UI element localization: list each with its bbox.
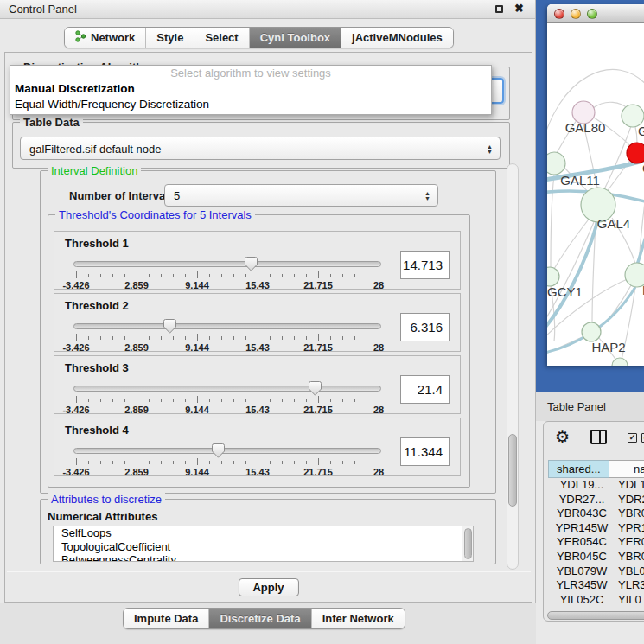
table-header-row: shared...na	[548, 460, 644, 478]
slider-thumb[interactable]	[163, 319, 176, 334]
cell-shared-name[interactable]: YER054C	[548, 535, 615, 550]
threshold-slider[interactable]: -3.4262.8599.14415.4321.71528	[73, 443, 381, 475]
right-column: GAL80GACGAL11GAL4GCY1HHAP2 Table Panel ⚙…	[536, 0, 644, 644]
table-rows: YDL19...YDL1YDR27...YDR2YBR043CYBR0YPR14…	[548, 478, 644, 608]
network-node-c[interactable]	[627, 143, 644, 163]
slider-track[interactable]	[73, 386, 381, 392]
network-view-frame: GAL80GACGAL11GAL4GCY1HHAP2	[536, 0, 644, 392]
cell-shared-name[interactable]: YDL19...	[548, 478, 615, 493]
number-of-intervals-label: Number of Intervals	[69, 189, 175, 202]
slider-thumb[interactable]	[245, 257, 258, 271]
close-icon[interactable]: ✖	[514, 2, 524, 15]
attribute-item-selfloops[interactable]: SelfLoops	[54, 526, 473, 540]
table-row[interactable]: YER054CYER0	[548, 535, 644, 550]
cell-shared-name[interactable]: YDR27...	[548, 493, 615, 507]
tab-jactivemnodules[interactable]: jActiveMNodules	[341, 28, 453, 48]
settings-vertical-scrollbar[interactable]	[507, 163, 519, 570]
tab-style[interactable]: Style	[146, 28, 194, 48]
table-row[interactable]: YDL19...YDL1	[548, 478, 644, 493]
cell-name[interactable]: YLR3	[615, 578, 644, 593]
network-node[interactable]	[612, 358, 628, 366]
number-of-intervals-combobox[interactable]: 5 ▲▼	[164, 184, 438, 207]
network-window-titlebar[interactable]	[547, 4, 644, 23]
cell-name[interactable]: YBL0	[615, 564, 644, 579]
table-row[interactable]: YIL052CYIL0	[548, 593, 644, 608]
threshold-slider[interactable]: -3.4262.8599.14415.4321.71528	[73, 380, 381, 413]
slider-thumb[interactable]	[309, 381, 322, 396]
cell-name[interactable]: YBR0	[615, 550, 644, 564]
cell-shared-name[interactable]: YBR045C	[548, 550, 615, 564]
algorithm-option-manual-discretization[interactable]: Manual Discretization	[10, 81, 491, 97]
threshold-slider[interactable]: -3.4262.8599.14415.4321.71528	[73, 256, 381, 289]
attribute-item-topologicalcoefficient[interactable]: TopologicalCoefficient	[54, 540, 473, 554]
algorithm-option-equal-width-frequency-discretization[interactable]: Equal Width/Frequency Discretization	[10, 97, 491, 112]
slider-track[interactable]	[73, 448, 381, 454]
network-node-gal11[interactable]	[547, 152, 565, 175]
cell-shared-name[interactable]: YBR043C	[548, 507, 615, 521]
table-row[interactable]: YBR045CYBR0	[548, 550, 644, 564]
cell-name[interactable]: YBR0	[615, 507, 644, 521]
cell-shared-name[interactable]: YBL079W	[548, 564, 615, 579]
cell-shared-name[interactable]: YLR345W	[548, 578, 615, 593]
mac-zoom-icon[interactable]	[587, 9, 597, 19]
table-row[interactable]: YPR145WYPR1	[548, 521, 644, 536]
table-row[interactable]: YLR345WYLR3	[548, 578, 644, 593]
scrollbar-thumb[interactable]	[508, 434, 517, 507]
column-header-na[interactable]: na	[609, 460, 644, 478]
threshold-value-field[interactable]: 11.344	[400, 437, 450, 466]
cell-name[interactable]: YDR2	[615, 493, 644, 507]
float-window-icon[interactable]	[495, 5, 503, 13]
cell-name[interactable]: YER0	[615, 535, 644, 550]
cell-name[interactable]: YIL0	[615, 593, 641, 608]
tab-impute-data[interactable]: Impute Data	[124, 609, 209, 628]
tab-discretize-data[interactable]: Discretize Data	[209, 609, 311, 628]
threshold-slider[interactable]: -3.4262.8599.14415.4321.71528	[73, 318, 381, 351]
tab-infer-network[interactable]: Infer Network	[312, 609, 405, 628]
cell-shared-name[interactable]: YPR145W	[548, 521, 615, 536]
cell-shared-name[interactable]: YIL052C	[548, 593, 615, 608]
network-node-hap2[interactable]	[582, 322, 601, 341]
slider-tick-labels: -3.4262.8599.14415.4321.71528	[76, 405, 379, 415]
attributes-scrollbar[interactable]	[462, 526, 473, 561]
attribute-item-betweennesscentrality[interactable]: BetweennessCentrality	[54, 553, 473, 562]
network-graph[interactable]: GAL80GACGAL11GAL4GCY1HHAP2	[547, 23, 644, 366]
tab-network[interactable]: Network	[65, 28, 146, 48]
table-row[interactable]: YBL079WYBL0	[548, 564, 644, 579]
slider-track[interactable]	[73, 323, 381, 329]
apply-button[interactable]: Apply	[238, 578, 298, 596]
tab-select[interactable]: Select	[194, 28, 249, 48]
network-node-gcy1[interactable]	[547, 267, 559, 286]
bottom-tab-bar: Impute DataDiscretize DataInfer Network	[123, 608, 405, 629]
table-row[interactable]: YBR043CYBR0	[548, 507, 644, 521]
network-window[interactable]: GAL80GACGAL11GAL4GCY1HHAP2	[547, 4, 644, 366]
tick-label: 21.715	[303, 342, 333, 353]
scrollbar-thumb[interactable]	[464, 528, 472, 559]
checkbox-icon[interactable]: ✓	[628, 433, 637, 443]
cell-name[interactable]: YDL1	[615, 478, 644, 493]
tick-label: 15.43	[245, 467, 270, 477]
threshold-value-field[interactable]: 14.713	[400, 251, 450, 279]
network-node-h[interactable]	[625, 263, 644, 287]
table-data-combobox[interactable]: galFiltered.sif default node ▲▼	[20, 137, 501, 160]
cell-name[interactable]: YPR1	[615, 521, 644, 536]
slider-tick-labels: -3.4262.8599.14415.4321.71528	[76, 467, 379, 477]
gear-icon[interactable]: ⚙	[555, 427, 570, 447]
mac-minimize-icon[interactable]	[571, 9, 581, 19]
column-header-shared[interactable]: shared...	[548, 460, 609, 478]
mac-close-icon[interactable]	[554, 9, 564, 19]
threshold-value-field[interactable]: 6.316	[400, 313, 450, 341]
numerical-attributes-list[interactable]: SelfLoopsTopologicalCoefficientBetweenne…	[53, 526, 474, 562]
scrollbar-thumb[interactable]	[547, 611, 644, 620]
tab-cyni-toolbox[interactable]: Cyni Toolbox	[250, 28, 341, 48]
table-horizontal-scrollbar[interactable]	[547, 611, 644, 622]
node-label: GA	[638, 124, 644, 138]
thresholds-group: Threshold's Coordinates for 5 Intervals …	[48, 214, 470, 488]
table-row[interactable]: YDR27...YDR2	[548, 493, 644, 507]
split-columns-icon[interactable]	[590, 430, 607, 444]
tick-label: 2.859	[124, 342, 149, 353]
threshold-value-field[interactable]: 21.4	[400, 375, 450, 404]
slider-track[interactable]	[73, 261, 381, 267]
interval-definition-group: Interval Definition Number of Intervals …	[40, 170, 496, 494]
threshold-label: Threshold 2	[65, 299, 129, 312]
slider-thumb[interactable]	[212, 443, 225, 458]
